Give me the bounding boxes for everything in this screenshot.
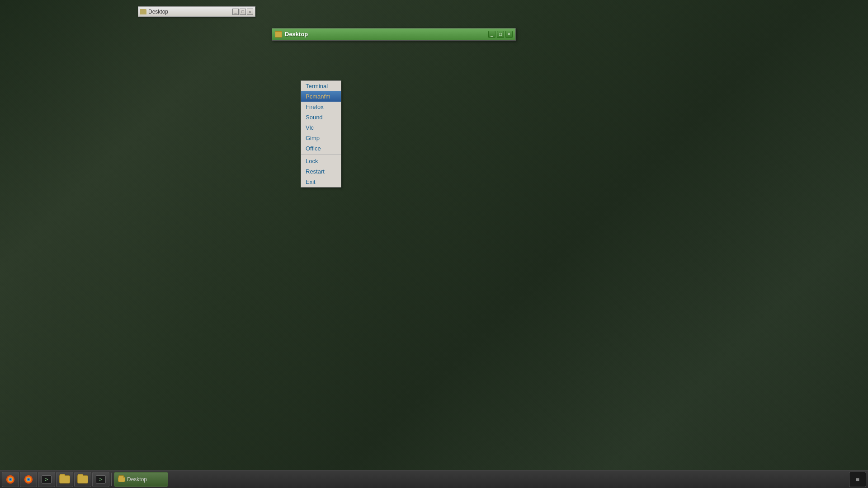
taskbar-window-folder-icon	[118, 477, 125, 482]
maximize-button-active[interactable]: □	[497, 31, 504, 38]
svg-point-7	[28, 479, 29, 480]
menu-item-office[interactable]: Office	[301, 143, 341, 154]
desktop	[0, 0, 868, 488]
menu-item-vlc[interactable]: Vlc	[301, 122, 341, 133]
menu-item-gimp[interactable]: Gimp	[301, 133, 341, 143]
taskbar-firefox-btn-1[interactable]	[2, 472, 19, 487]
taskbar-terminal-btn-2[interactable]	[92, 472, 109, 487]
firefox-icon-2	[24, 474, 33, 484]
firefox-icon-1	[5, 474, 15, 484]
window-title-inactive: Desktop	[148, 9, 168, 15]
folder-icon-inactive	[140, 9, 146, 14]
taskbar-folder-btn-1[interactable]	[56, 472, 73, 487]
menu-item-terminal[interactable]: Terminal	[301, 81, 341, 91]
menu-item-lock[interactable]: Lock	[301, 156, 341, 166]
menu-item-exit[interactable]: Exit	[301, 177, 341, 187]
folder-icon-active	[275, 31, 282, 38]
maximize-button-inactive[interactable]: □	[240, 9, 246, 15]
minimize-button-active[interactable]: _	[488, 31, 495, 38]
terminal-icon-1	[42, 475, 52, 483]
title-bar-active: Desktop _ □ ×	[272, 28, 515, 40]
menu-item-restart[interactable]: Restart	[301, 166, 341, 177]
minimize-button-inactive[interactable]: _	[232, 9, 239, 15]
window-controls-active: _ □ ×	[488, 31, 513, 38]
folder-taskbar-icon-2	[77, 475, 88, 483]
close-button-active[interactable]: ×	[505, 31, 513, 38]
taskbar: Desktop ■	[0, 470, 868, 488]
taskbar-separator	[111, 473, 112, 486]
window-title-active: Desktop	[285, 31, 308, 38]
window-inactive: Desktop _ □ ×	[138, 6, 255, 17]
window-controls-inactive: _ □ ×	[232, 9, 253, 15]
menu-item-firefox[interactable]: Firefox	[301, 102, 341, 112]
terminal-icon-2	[96, 475, 106, 483]
context-menu: Terminal Pcmanfm Firefox Sound Vlc Gimp …	[301, 80, 341, 188]
menu-item-sound[interactable]: Sound	[301, 112, 341, 122]
taskbar-folder-btn-2[interactable]	[74, 472, 91, 487]
svg-point-3	[9, 479, 11, 480]
folder-taskbar-icon-1	[59, 475, 70, 483]
title-left-inactive: Desktop	[140, 9, 168, 15]
workspace-indicator: ■	[856, 476, 859, 483]
taskbar-firefox-btn-2[interactable]	[20, 472, 37, 487]
menu-divider	[301, 155, 341, 155]
taskbar-window-label: Desktop	[127, 476, 147, 483]
taskbar-terminal-btn-1[interactable]	[38, 472, 55, 487]
taskbar-desktop-window-btn[interactable]: Desktop	[114, 472, 168, 487]
menu-item-pcmanfm[interactable]: Pcmanfm	[301, 91, 341, 102]
title-bar-inactive: Desktop _ □ ×	[138, 7, 255, 17]
close-button-inactive[interactable]: ×	[247, 9, 253, 15]
taskbar-workspace-btn[interactable]: ■	[849, 472, 866, 487]
title-left-active: Desktop	[275, 31, 308, 38]
window-active: Desktop _ □ ×	[272, 28, 516, 41]
